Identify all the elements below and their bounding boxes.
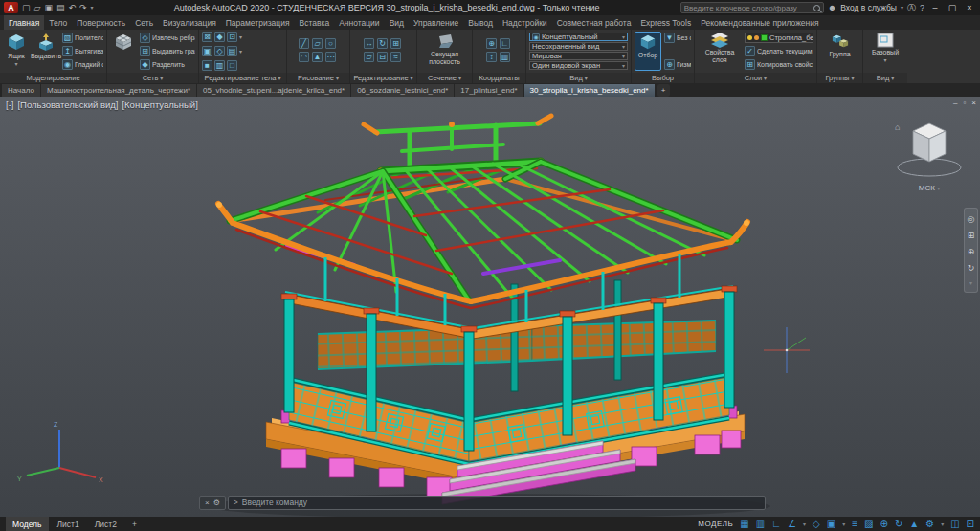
- panel-label-selection[interactable]: Выбор: [632, 73, 694, 83]
- panel-label-solid-editing[interactable]: Редактирование тела▾: [199, 73, 286, 83]
- mesh-object-button[interactable]: [110, 32, 137, 71]
- smooth-object-button[interactable]: ◉Гладкий объект: [62, 59, 103, 70]
- ucs-named-icon[interactable]: ▥: [500, 52, 510, 62]
- ucs-world-icon[interactable]: ⊕: [486, 38, 497, 49]
- visual-style-dropdown[interactable]: ◉Концептуальный▾: [529, 33, 628, 41]
- ribbon-tab-featured-apps[interactable]: Рекомендованные приложения: [696, 15, 823, 30]
- isodraft-icon[interactable]: ◇: [813, 520, 820, 529]
- ucs-origin-icon[interactable]: ∟: [500, 38, 510, 49]
- rectangle-icon[interactable]: ▱: [312, 38, 323, 49]
- signin-dropdown-icon[interactable]: ▾: [901, 5, 903, 11]
- dropdown-arrow-icon[interactable]: ▾: [842, 520, 845, 527]
- snap-mode-icon[interactable]: ▥: [756, 520, 765, 529]
- solid-edit-row-2[interactable]: ▣◇▤▾: [202, 46, 283, 56]
- group-button[interactable]: Группа: [827, 32, 854, 71]
- line-icon[interactable]: ╱: [299, 38, 309, 49]
- ribbon-tab-home[interactable]: Главная: [4, 15, 44, 30]
- selection-cycling-icon[interactable]: ↻: [895, 520, 902, 529]
- undo-icon[interactable]: ↶: [68, 4, 76, 12]
- close-button[interactable]: ×: [963, 3, 976, 12]
- new-drawing-tab-button[interactable]: +: [657, 84, 670, 97]
- ucs-z-axis-icon[interactable]: ↕: [486, 52, 497, 62]
- grid-icon[interactable]: ▦: [740, 520, 748, 529]
- help-icon[interactable]: ?: [920, 4, 924, 12]
- autocad-logo-icon[interactable]: A: [4, 2, 18, 13]
- view-name-control[interactable]: [Пользовательский вид]: [17, 100, 118, 110]
- rotate-icon[interactable]: ↻: [377, 38, 388, 49]
- orbit-icon[interactable]: ↻: [968, 263, 975, 273]
- minimize-drawing-icon[interactable]: –: [953, 99, 957, 107]
- close-command-line-icon[interactable]: ×: [205, 498, 210, 507]
- stretch-icon[interactable]: ≈: [390, 52, 401, 62]
- command-input[interactable]: > Введите команду: [228, 496, 766, 510]
- workspace-gear-icon[interactable]: ⚙: [925, 520, 934, 529]
- search-icon[interactable]: [813, 5, 820, 11]
- ribbon-tab-mesh[interactable]: Сеть: [130, 15, 158, 30]
- viewcube[interactable]: ⌂ МСК ▾: [892, 120, 967, 192]
- restore-drawing-icon[interactable]: ▫: [963, 99, 966, 107]
- copy-icon[interactable]: ⊞: [390, 38, 401, 49]
- autodesk-account-icon[interactable]: Ⓐ: [907, 4, 916, 12]
- panel-label-groups[interactable]: Группы▾: [817, 73, 862, 83]
- file-tab-4[interactable]: 17_plintusi_end*: [455, 84, 523, 97]
- search-box[interactable]: [680, 2, 824, 13]
- solid-edit-row-1[interactable]: ⊠◆⊡▾: [202, 32, 283, 42]
- object-snap-icon[interactable]: ▣: [827, 520, 835, 529]
- customize-command-line-icon[interactable]: ⚙: [213, 498, 220, 507]
- arc-icon[interactable]: ◠: [299, 52, 309, 62]
- lineweight-icon[interactable]: ≡: [852, 520, 858, 529]
- new-file-icon[interactable]: ▢: [22, 4, 31, 12]
- layout-tab-sheet2[interactable]: Лист2: [88, 517, 123, 531]
- ucs-selector[interactable]: МСК ▾: [892, 184, 967, 192]
- annotation-monitor-icon[interactable]: ◫: [950, 520, 959, 529]
- make-current-button[interactable]: ✓Сделать текущим: [745, 46, 813, 56]
- culling-button[interactable]: Отбор: [635, 32, 661, 71]
- panel-label-coordinates[interactable]: Координаты: [473, 73, 525, 83]
- model-space-label[interactable]: МОДЕЛЬ: [698, 520, 733, 528]
- plot-icon[interactable]: ▤: [56, 4, 65, 12]
- ucs-dropdown[interactable]: Мировая▾: [529, 52, 628, 60]
- close-drawing-icon[interactable]: ×: [971, 99, 976, 107]
- extrude-button[interactable]: Выдавить: [33, 32, 59, 71]
- ribbon-tab-express[interactable]: Express Tools: [635, 15, 696, 30]
- panel-label-section[interactable]: Сечение▾: [417, 73, 472, 83]
- file-tab-start[interactable]: Начало: [2, 84, 40, 97]
- ribbon-tab-annotate[interactable]: Аннотации: [334, 15, 385, 30]
- signin-button[interactable]: Вход в службы: [840, 3, 897, 12]
- ribbon-tab-solid[interactable]: Тело: [44, 15, 72, 30]
- panel-label-draw[interactable]: Рисование▾: [287, 73, 349, 83]
- more-draw-icon[interactable]: ⋯: [325, 52, 336, 62]
- split-mesh-button[interactable]: ◆Разделить: [140, 59, 195, 70]
- panel-label-modeling[interactable]: Моделирование: [0, 73, 106, 83]
- ribbon-tab-view[interactable]: Вид: [385, 15, 409, 30]
- ribbon-tab-manage[interactable]: Управление: [409, 15, 463, 30]
- redo-icon[interactable]: ↷: [79, 4, 87, 12]
- base-view-button[interactable]: Базовый ▾: [871, 32, 900, 71]
- ribbon-tab-insert[interactable]: Вставка: [295, 15, 335, 30]
- file-tab-active[interactable]: 30_stropila_i_krisha_besedki_end*: [524, 84, 655, 97]
- polysolid-button[interactable]: ▧Политело: [62, 33, 103, 43]
- panel-label-base-view[interactable]: Вид▾: [863, 73, 907, 83]
- maximize-button[interactable]: ▢: [946, 3, 959, 12]
- save-icon[interactable]: ▣: [44, 4, 53, 12]
- ribbon-tab-collaborate[interactable]: Совместная работа: [552, 15, 636, 30]
- polar-tracking-icon[interactable]: ∠: [788, 520, 796, 529]
- viewport-config-dropdown[interactable]: Один видовой экран▾: [529, 61, 628, 70]
- viewport-menu-control[interactable]: [-]: [6, 100, 13, 110]
- panel-label-mesh[interactable]: Сеть▾: [107, 73, 198, 83]
- extrude-faces-button[interactable]: ⊞Выдавить грани▾: [140, 46, 195, 56]
- layer-dropdown[interactable]: Стропила_беседка ▾: [745, 33, 813, 43]
- minimize-button[interactable]: –: [928, 3, 942, 12]
- ribbon-tab-parametric[interactable]: Параметризация: [221, 15, 295, 30]
- layout-tab-sheet1[interactable]: Лист1: [51, 517, 86, 531]
- qat-dropdown-icon[interactable]: ▾: [91, 5, 94, 11]
- panel-label-modify[interactable]: Редактирование▾: [350, 73, 416, 83]
- file-tab-1[interactable]: Машиностроительная_деталь_чертежи*: [41, 84, 196, 97]
- circle-icon[interactable]: ○: [325, 38, 336, 49]
- open-file-icon[interactable]: ▱: [34, 4, 41, 12]
- extract-edges-button[interactable]: ◇Извлечь ребра▾: [140, 33, 195, 43]
- move-icon[interactable]: ↔: [364, 38, 374, 49]
- new-layout-button[interactable]: +: [125, 517, 144, 531]
- steering-wheel-icon[interactable]: ◎: [968, 214, 975, 224]
- transparency-icon[interactable]: ▨: [864, 520, 873, 529]
